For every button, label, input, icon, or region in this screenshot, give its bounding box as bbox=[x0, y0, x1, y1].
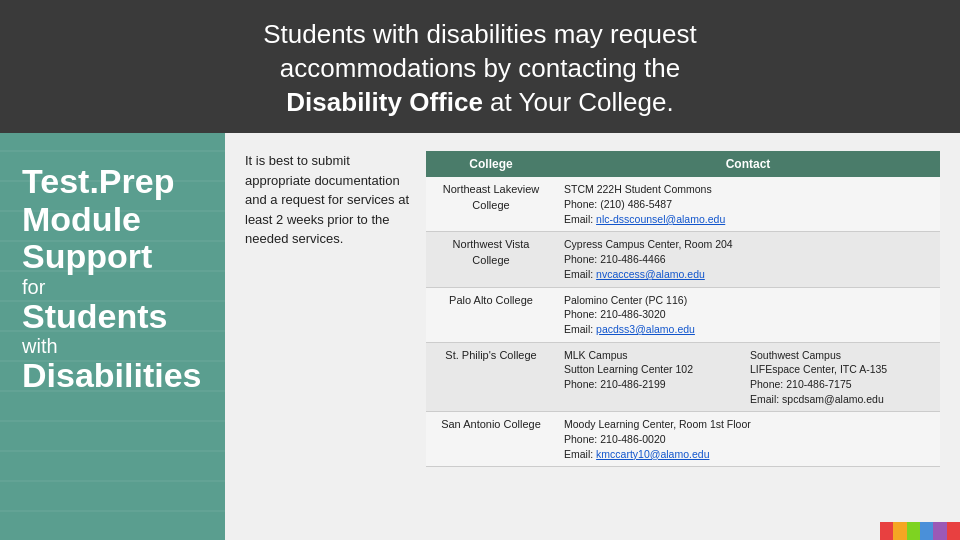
table-row: Northeast Lakeview CollegeSTCM 222H Stud… bbox=[426, 177, 940, 232]
content-area: It is best to submit appropriate documen… bbox=[225, 133, 960, 540]
contact-line: STCM 222H Student Commons bbox=[564, 183, 712, 195]
contact-cell: STCM 222H Student CommonsPhone: (210) 48… bbox=[556, 177, 940, 232]
sidebar: Test.Prep Module Support for Students wi… bbox=[0, 133, 225, 540]
color-tile bbox=[907, 522, 920, 540]
contact-line: Moody Learning Center, Room 1st Floor bbox=[564, 418, 751, 430]
header-normal: at Your College. bbox=[483, 87, 674, 117]
color-tile bbox=[920, 522, 933, 540]
contact-line: Palomino Center (PC 116) bbox=[564, 294, 687, 306]
color-tile bbox=[933, 522, 946, 540]
color-tile bbox=[880, 522, 893, 540]
email-link[interactable]: pacdss3@alamo.edu bbox=[596, 323, 695, 335]
description-body: It is best to submit appropriate documen… bbox=[245, 153, 409, 246]
col-header-college: College bbox=[426, 151, 556, 177]
header-line1: Students with disabilities may request bbox=[263, 19, 697, 49]
sidebar-title: Test.Prep Module Support for Students wi… bbox=[22, 163, 207, 394]
description-text: It is best to submit appropriate documen… bbox=[245, 151, 410, 530]
main-content: Test.Prep Module Support for Students wi… bbox=[0, 133, 960, 540]
contact-left: MLK CampusSutton Learning Center 102Phon… bbox=[564, 348, 746, 407]
contact-line: Cypress Campus Center, Room 204 bbox=[564, 238, 733, 250]
sidebar-line-testprep: Test.Prep bbox=[22, 163, 207, 200]
sidebar-line-for: for bbox=[22, 276, 207, 298]
sidebar-line-students: Students bbox=[22, 298, 207, 335]
header-line2: accommodations by contacting the bbox=[280, 53, 680, 83]
table-header-row: College Contact bbox=[426, 151, 940, 177]
sidebar-line-support: Support bbox=[22, 238, 207, 275]
sidebar-content: Test.Prep Module Support for Students wi… bbox=[0, 133, 225, 414]
header-bold: Disability Office bbox=[286, 87, 483, 117]
college-table: College Contact Northeast Lakeview Colle… bbox=[426, 151, 940, 467]
color-tile bbox=[947, 522, 960, 540]
table-row: Northwest Vista CollegeCypress Campus Ce… bbox=[426, 232, 940, 287]
contact-right: Southwest CampusLIFEspace Center, ITC A-… bbox=[750, 348, 932, 407]
college-cell: St. Philip's College bbox=[426, 342, 556, 412]
college-cell: Northwest Vista College bbox=[426, 232, 556, 287]
color-tile bbox=[893, 522, 906, 540]
contact-cell: Moody Learning Center, Room 1st FloorPho… bbox=[556, 412, 940, 467]
college-cell: Northeast Lakeview College bbox=[426, 177, 556, 232]
email-link[interactable]: nlc-dsscounsel@alamo.edu bbox=[596, 213, 725, 225]
contact-line: Phone: (210) 486-5487 bbox=[564, 198, 672, 210]
table-row: St. Philip's CollegeMLK CampusSutton Lea… bbox=[426, 342, 940, 412]
header: Students with disabilities may request a… bbox=[0, 0, 960, 133]
contact-cell: Palomino Center (PC 116)Phone: 210-486-3… bbox=[556, 287, 940, 342]
email-link[interactable]: kmccarty10@alamo.edu bbox=[596, 448, 709, 460]
color-tiles bbox=[880, 522, 960, 540]
table-row: San Antonio CollegeMoody Learning Center… bbox=[426, 412, 940, 467]
college-cell: San Antonio College bbox=[426, 412, 556, 467]
contact-cell: Cypress Campus Center, Room 204Phone: 21… bbox=[556, 232, 940, 287]
col-header-contact: Contact bbox=[556, 151, 940, 177]
contact-line: Phone: 210-486-4466 bbox=[564, 253, 666, 265]
contact-line: Phone: 210-486-3020 bbox=[564, 308, 666, 320]
sidebar-line-with: with bbox=[22, 335, 207, 357]
table-row: Palo Alto CollegePalomino Center (PC 116… bbox=[426, 287, 940, 342]
header-text: Students with disabilities may request a… bbox=[40, 18, 920, 119]
college-cell: Palo Alto College bbox=[426, 287, 556, 342]
sidebar-line-module: Module bbox=[22, 201, 207, 238]
college-table-wrap: College Contact Northeast Lakeview Colle… bbox=[426, 151, 940, 530]
contact-cell: MLK CampusSutton Learning Center 102Phon… bbox=[556, 342, 940, 412]
sidebar-line-disabilities: Disabilities bbox=[22, 357, 207, 394]
contact-line: Phone: 210-486-0020 bbox=[564, 433, 666, 445]
email-link[interactable]: nvcaccess@alamo.edu bbox=[596, 268, 705, 280]
